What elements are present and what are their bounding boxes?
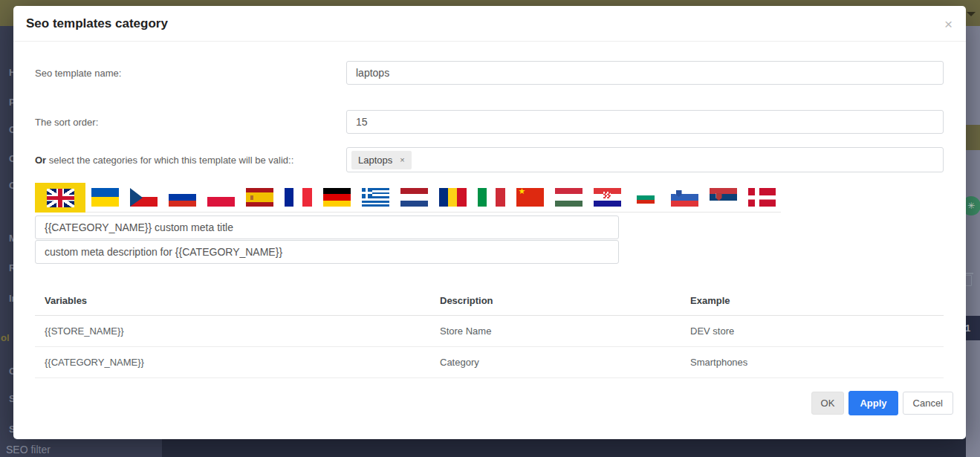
spanish-flag-icon (246, 188, 273, 207)
ok-button[interactable]: OK (811, 392, 845, 415)
russian-flag-icon (169, 188, 196, 207)
czech-flag-icon (130, 188, 158, 207)
template-name-label: Seo template name: (35, 68, 346, 79)
language-tab-hungarian[interactable] (549, 183, 588, 213)
italian-flag-icon (478, 188, 505, 207)
column-header-description: Description (440, 291, 690, 316)
variables-table-body: {{STORE_NAME}}Store NameDEV store{{CATEG… (35, 316, 944, 378)
variables-table-row: {{CATEGORY_NAME}}CategorySmartphones (35, 347, 944, 378)
ukrainian-flag-icon (91, 188, 119, 207)
table-cell: DEV store (690, 316, 944, 347)
language-tab-bulgarian[interactable] (626, 183, 665, 213)
hungarian-flag-icon (555, 188, 583, 207)
slovenian-flag-icon (671, 188, 698, 207)
greek-flag-icon (362, 188, 389, 207)
polish-flag-icon (207, 188, 235, 207)
table-cell: Smartphones (690, 347, 944, 378)
modal-title: Seo templates category (26, 16, 168, 31)
categories-row: Or select the categories for which this … (35, 147, 944, 172)
language-tab-italian[interactable] (472, 183, 510, 213)
french-flag-icon (285, 188, 312, 207)
cancel-button[interactable]: Cancel (903, 392, 953, 415)
language-tab-chinese[interactable] (510, 183, 549, 213)
danish-flag-icon (748, 188, 776, 207)
categories-label: Or select the categories for which this … (35, 155, 346, 166)
language-tab-german[interactable] (317, 183, 356, 213)
romanian-flag-icon (439, 188, 467, 207)
language-tab-polish[interactable] (201, 183, 240, 213)
language-tab-dutch[interactable] (395, 183, 433, 213)
category-tag-label: Laptops (358, 155, 392, 166)
close-icon[interactable]: × (943, 16, 954, 33)
categories-label-rest: select the categories for which this tem… (46, 155, 293, 166)
serbian-flag-icon (710, 188, 737, 207)
template-name-row: Seo template name: (35, 61, 944, 85)
croatian-flag-icon (594, 188, 621, 207)
table-cell: {{STORE_NAME}} (35, 316, 440, 347)
seo-template-modal: Seo templates category × Seo template na… (13, 6, 966, 439)
variables-table-row: {{STORE_NAME}}Store NameDEV store (35, 316, 944, 347)
language-tab-danish[interactable] (742, 183, 781, 213)
meta-title-input[interactable] (35, 215, 619, 239)
chinese-flag-icon (516, 188, 544, 207)
category-tag: Laptops × (351, 151, 412, 169)
language-tabs (35, 183, 966, 213)
sort-order-input[interactable] (346, 110, 944, 134)
language-tab-spanish[interactable] (240, 183, 279, 213)
language-tab-ukrainian[interactable] (85, 183, 124, 213)
language-tab-english[interactable] (35, 183, 85, 213)
bulgarian-flag-icon (637, 192, 655, 204)
table-cell: {{CATEGORY_NAME}} (35, 347, 440, 378)
meta-fields (35, 215, 619, 264)
variables-table-header-row: Variables Description Example (35, 291, 944, 316)
language-tab-czech[interactable] (124, 183, 163, 213)
modal-header: Seo templates category × (13, 6, 966, 42)
language-tab-greek[interactable] (356, 183, 395, 213)
meta-description-input[interactable] (35, 240, 619, 264)
template-name-input[interactable] (346, 61, 944, 85)
language-tab-french[interactable] (279, 183, 317, 213)
column-header-variables: Variables (35, 291, 440, 316)
english-flag-icon (47, 189, 74, 207)
modal-footer: OK Apply Cancel (811, 391, 953, 415)
sort-order-row: The sort order: (35, 110, 944, 134)
sort-order-label: The sort order: (35, 117, 346, 128)
language-tab-serbian[interactable] (704, 183, 742, 213)
apply-button[interactable]: Apply (848, 391, 898, 415)
sidebar-item: ol (1, 332, 10, 343)
remove-tag-icon[interactable]: × (400, 155, 404, 164)
language-tab-russian[interactable] (163, 183, 201, 213)
german-flag-icon (323, 188, 351, 207)
language-tab-slovenian[interactable] (665, 183, 704, 213)
table-cell: Store Name (440, 316, 690, 347)
column-header-example: Example (690, 291, 944, 316)
categories-label-bold: Or (35, 155, 46, 166)
chevron-down-icon (967, 12, 976, 16)
variables-table: Variables Description Example {{STORE_NA… (35, 291, 944, 378)
categories-select[interactable]: Laptops × (346, 147, 944, 172)
language-tab-croatian[interactable] (588, 183, 626, 213)
language-tab-romanian[interactable] (433, 183, 472, 213)
table-cell: Category (440, 347, 690, 378)
dutch-flag-icon (400, 188, 428, 207)
